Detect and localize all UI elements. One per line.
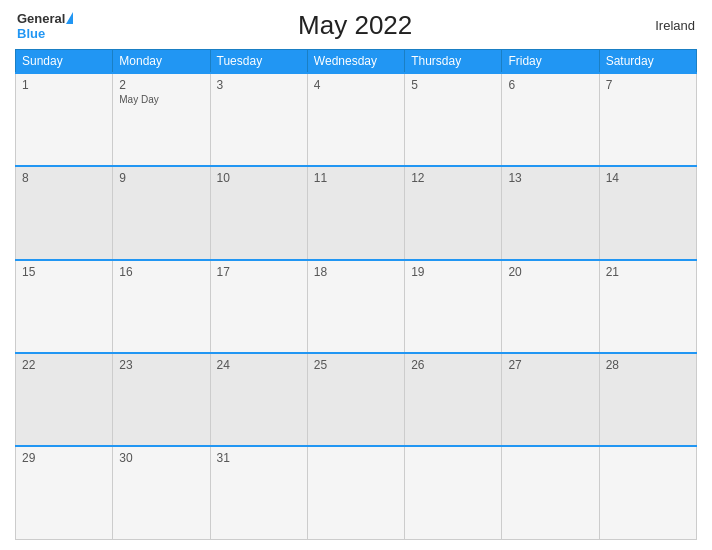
cell-date-number: 20 <box>508 265 592 279</box>
calendar-cell: 29 <box>16 446 113 539</box>
logo-triangle-icon <box>66 12 73 24</box>
cell-date-number: 9 <box>119 171 203 185</box>
calendar-cell: 26 <box>405 353 502 446</box>
cell-date-number: 4 <box>314 78 398 92</box>
calendar-cell: 11 <box>307 166 404 259</box>
calendar-cell: 24 <box>210 353 307 446</box>
calendar-week-row: 12May Day34567 <box>16 73 697 166</box>
cell-date-number: 29 <box>22 451 106 465</box>
cell-date-number: 1 <box>22 78 106 92</box>
calendar-week-row: 293031 <box>16 446 697 539</box>
calendar-cell: 15 <box>16 260 113 353</box>
cell-date-number: 23 <box>119 358 203 372</box>
cell-date-number: 17 <box>217 265 301 279</box>
weekday-header-row: Sunday Monday Tuesday Wednesday Thursday… <box>16 50 697 74</box>
calendar-cell <box>307 446 404 539</box>
cell-date-number: 13 <box>508 171 592 185</box>
cell-date-number: 31 <box>217 451 301 465</box>
calendar-week-row: 891011121314 <box>16 166 697 259</box>
calendar-cell: 19 <box>405 260 502 353</box>
cell-date-number: 27 <box>508 358 592 372</box>
cell-date-number: 12 <box>411 171 495 185</box>
calendar-cell: 23 <box>113 353 210 446</box>
calendar-cell: 7 <box>599 73 696 166</box>
cell-date-number: 3 <box>217 78 301 92</box>
cell-date-number: 21 <box>606 265 690 279</box>
cell-date-number: 2 <box>119 78 203 92</box>
calendar-cell: 31 <box>210 446 307 539</box>
cell-date-number: 24 <box>217 358 301 372</box>
calendar-cell <box>405 446 502 539</box>
cell-date-number: 10 <box>217 171 301 185</box>
calendar-cell: 20 <box>502 260 599 353</box>
calendar-cell: 6 <box>502 73 599 166</box>
cell-date-number: 15 <box>22 265 106 279</box>
calendar-cell: 12 <box>405 166 502 259</box>
calendar-cell: 25 <box>307 353 404 446</box>
calendar-cell: 4 <box>307 73 404 166</box>
cell-date-number: 30 <box>119 451 203 465</box>
cell-date-number: 11 <box>314 171 398 185</box>
calendar-cell: 17 <box>210 260 307 353</box>
cell-date-number: 14 <box>606 171 690 185</box>
logo-blue: Blue <box>17 26 45 41</box>
header-sunday: Sunday <box>16 50 113 74</box>
cell-date-number: 6 <box>508 78 592 92</box>
calendar-table: Sunday Monday Tuesday Wednesday Thursday… <box>15 49 697 540</box>
calendar-cell: 30 <box>113 446 210 539</box>
calendar-cell: 28 <box>599 353 696 446</box>
calendar-cell: 18 <box>307 260 404 353</box>
calendar-cell <box>502 446 599 539</box>
cell-event-label: May Day <box>119 94 203 105</box>
header-friday: Friday <box>502 50 599 74</box>
country-label: Ireland <box>635 18 695 33</box>
calendar-cell: 10 <box>210 166 307 259</box>
calendar-cell <box>599 446 696 539</box>
calendar-cell: 16 <box>113 260 210 353</box>
calendar-cell: 1 <box>16 73 113 166</box>
cell-date-number: 28 <box>606 358 690 372</box>
logo-lines: General Blue <box>17 11 75 41</box>
calendar-page: General Blue May 2022 Ireland Sunday Mon… <box>0 0 712 550</box>
cell-date-number: 18 <box>314 265 398 279</box>
header-saturday: Saturday <box>599 50 696 74</box>
header-tuesday: Tuesday <box>210 50 307 74</box>
calendar-title: May 2022 <box>75 10 635 41</box>
calendar-cell: 8 <box>16 166 113 259</box>
page-header: General Blue May 2022 Ireland <box>15 10 697 41</box>
cell-date-number: 26 <box>411 358 495 372</box>
calendar-cell: 13 <box>502 166 599 259</box>
cell-date-number: 7 <box>606 78 690 92</box>
calendar-cell: 9 <box>113 166 210 259</box>
calendar-week-row: 15161718192021 <box>16 260 697 353</box>
cell-date-number: 16 <box>119 265 203 279</box>
calendar-cell: 27 <box>502 353 599 446</box>
calendar-cell: 2May Day <box>113 73 210 166</box>
calendar-cell: 5 <box>405 73 502 166</box>
calendar-cell: 21 <box>599 260 696 353</box>
calendar-cell: 3 <box>210 73 307 166</box>
header-wednesday: Wednesday <box>307 50 404 74</box>
header-monday: Monday <box>113 50 210 74</box>
cell-date-number: 25 <box>314 358 398 372</box>
calendar-week-row: 22232425262728 <box>16 353 697 446</box>
logo: General Blue <box>17 11 75 41</box>
calendar-cell: 14 <box>599 166 696 259</box>
cell-date-number: 8 <box>22 171 106 185</box>
cell-date-number: 22 <box>22 358 106 372</box>
cell-date-number: 5 <box>411 78 495 92</box>
calendar-cell: 22 <box>16 353 113 446</box>
cell-date-number: 19 <box>411 265 495 279</box>
header-thursday: Thursday <box>405 50 502 74</box>
logo-general: General <box>17 11 65 26</box>
